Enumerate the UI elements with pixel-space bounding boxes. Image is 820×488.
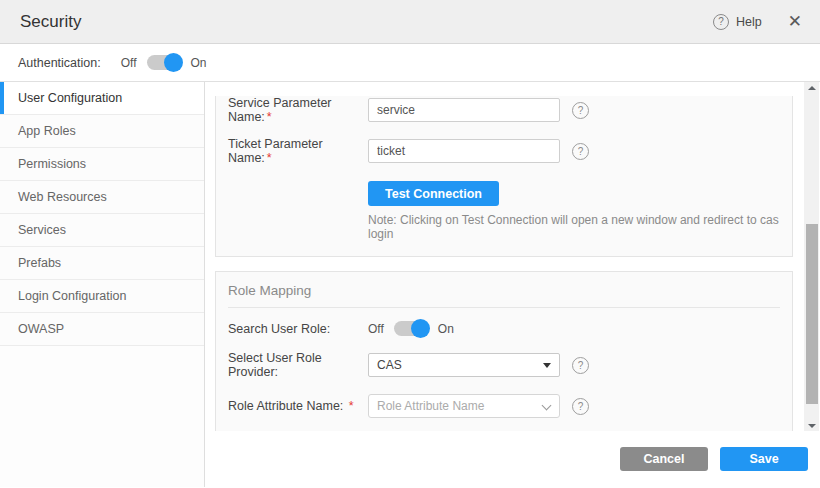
provider-settings-card: Service Parameter Name:* ? Ticket Parame…: [215, 96, 793, 257]
service-parameter-row: Service Parameter Name:* ?: [216, 96, 792, 124]
scroll-up-icon[interactable]: [804, 82, 819, 94]
page-title: Security: [20, 12, 81, 32]
chevron-down-icon: [542, 401, 552, 411]
role-attribute-placeholder: Role Attribute Name: [377, 399, 484, 413]
test-connection-note: Note: Clicking on Test Connection will o…: [368, 213, 792, 241]
service-parameter-label: Service Parameter Name:*: [228, 96, 368, 124]
service-parameter-input[interactable]: [368, 98, 560, 122]
vertical-scrollbar[interactable]: [804, 82, 819, 431]
role-provider-row: Select User Role Provider: CAS ?: [216, 351, 792, 379]
sidebar-item-prefabs[interactable]: Prefabs: [0, 247, 204, 280]
scrollbar-thumb[interactable]: [806, 224, 818, 404]
save-button[interactable]: Save: [720, 447, 808, 471]
toggle-knob-icon: [164, 53, 183, 72]
search-user-role-on-label[interactable]: On: [438, 322, 454, 336]
search-user-role-row: Search User Role: Off On: [216, 321, 792, 336]
label-text: Service Parameter Name:: [228, 96, 332, 124]
ticket-parameter-row: Ticket Parameter Name:* ?: [216, 137, 792, 165]
sidebar-item-owasp[interactable]: OWASP: [0, 313, 204, 346]
authentication-bar: Authentication: Off On: [0, 44, 820, 82]
role-provider-value: CAS: [377, 358, 402, 372]
label-text: Role Attribute Name:: [228, 399, 343, 413]
sidebar-item-user-configuration[interactable]: User Configuration: [0, 82, 204, 115]
help-icon[interactable]: ?: [572, 357, 589, 374]
search-user-role-toggle[interactable]: [394, 321, 428, 336]
test-connection-button[interactable]: Test Connection: [368, 181, 499, 206]
role-mapping-card: Role Mapping Search User Role: Off On Se…: [215, 271, 793, 431]
role-provider-select[interactable]: CAS: [368, 353, 560, 377]
toggle-knob-icon: [411, 319, 430, 338]
dialog-header: Security ? Help ✕: [0, 0, 820, 44]
help-icon[interactable]: ?: [713, 14, 729, 30]
role-provider-label: Select User Role Provider:: [228, 351, 368, 379]
divider: [228, 307, 780, 308]
ticket-parameter-input[interactable]: [368, 139, 560, 163]
search-user-role-off-label[interactable]: Off: [368, 322, 384, 336]
help-icon[interactable]: ?: [572, 143, 589, 160]
authentication-label: Authentication:: [18, 56, 101, 70]
help-icon[interactable]: ?: [572, 398, 589, 415]
help-icon[interactable]: ?: [572, 102, 589, 119]
help-link[interactable]: Help: [736, 15, 762, 29]
security-dialog: Security ? Help ✕ Authentication: Off On…: [0, 0, 820, 488]
scroll-viewport: Service Parameter Name:* ? Ticket Parame…: [205, 82, 820, 431]
label-text: Ticket Parameter Name:: [228, 137, 323, 165]
cancel-button[interactable]: Cancel: [620, 447, 708, 471]
sidebar-item-app-roles[interactable]: App Roles: [0, 115, 204, 148]
scroll-down-icon[interactable]: [804, 419, 819, 431]
required-asterisk: *: [349, 399, 354, 413]
header-actions: ? Help ✕: [713, 13, 802, 30]
authentication-off-label[interactable]: Off: [121, 56, 137, 70]
sidebar-item-web-resources[interactable]: Web Resources: [0, 181, 204, 214]
required-asterisk: *: [267, 110, 272, 124]
role-attribute-row: Role Attribute Name: * Role Attribute Na…: [216, 394, 792, 418]
main-panel: Service Parameter Name:* ? Ticket Parame…: [205, 82, 820, 487]
sidebar-item-permissions[interactable]: Permissions: [0, 148, 204, 181]
sidebar-item-services[interactable]: Services: [0, 214, 204, 247]
sidebar-item-login-configuration[interactable]: Login Configuration: [0, 280, 204, 313]
dropdown-caret-icon: [543, 363, 551, 368]
required-asterisk: *: [267, 151, 272, 165]
authentication-toggle[interactable]: [147, 55, 181, 70]
role-mapping-title: Role Mapping: [216, 272, 792, 298]
ticket-parameter-label: Ticket Parameter Name:*: [228, 137, 368, 165]
search-user-role-label: Search User Role:: [228, 322, 368, 336]
footer-actions: Cancel Save: [205, 431, 820, 487]
authentication-on-label[interactable]: On: [191, 56, 207, 70]
settings-sidebar: User Configuration App Roles Permissions…: [0, 82, 205, 487]
dialog-body: User Configuration App Roles Permissions…: [0, 82, 820, 487]
close-icon[interactable]: ✕: [788, 13, 802, 30]
role-attribute-label: Role Attribute Name: *: [228, 399, 368, 413]
role-attribute-combobox[interactable]: Role Attribute Name: [368, 394, 560, 418]
